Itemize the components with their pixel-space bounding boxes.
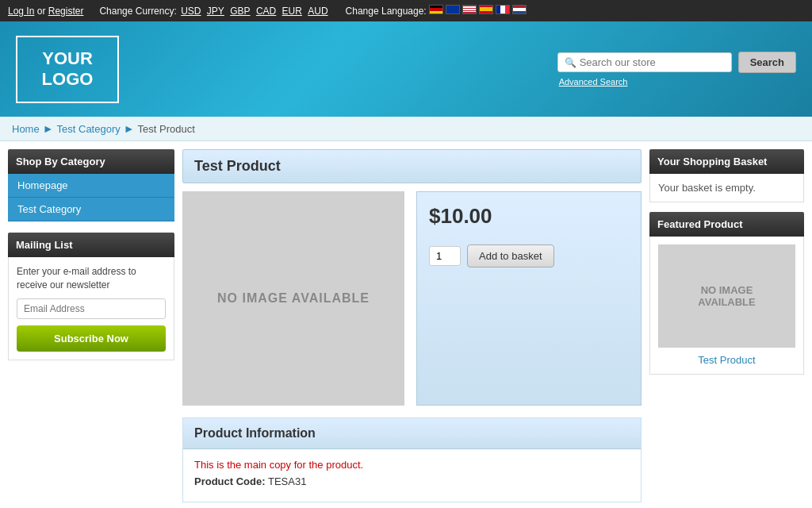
basket-body: Your basket is empty. — [649, 174, 804, 202]
flag-nl-icon[interactable] — [512, 5, 527, 14]
breadcrumb-home[interactable]: Home — [12, 123, 40, 135]
search-input[interactable] — [580, 56, 725, 68]
product-details: $10.00 Add to basket — [416, 191, 642, 406]
center-content: Test Product NO IMAGE AVAILABLE $10.00 A… — [182, 149, 642, 502]
or-text: or — [37, 6, 48, 17]
login-register-area: Log In or Register — [8, 6, 83, 17]
right-sidebar: Your Shopping Basket Your basket is empt… — [649, 149, 804, 502]
currency-usd[interactable]: USD — [181, 6, 201, 17]
add-to-basket-row: Add to basket — [429, 244, 629, 267]
search-row: 🔍 Search — [557, 52, 796, 73]
search-input-wrap: 🔍 — [557, 52, 732, 72]
basket-title: Your Shopping Basket — [649, 149, 804, 174]
breadcrumb-sep-1: ► — [43, 122, 54, 135]
shop-by-category-title: Shop By Category — [8, 149, 174, 174]
mailing-description: Enter your e-mail address to receive our… — [17, 265, 166, 292]
product-code-value: TESA31 — [268, 475, 306, 487]
language-label: Change Language: — [346, 6, 427, 17]
advanced-search-link[interactable]: Advanced Search — [559, 77, 628, 87]
featured-product-link[interactable]: Test Product — [698, 354, 755, 366]
mailing-list-title: Mailing List — [8, 233, 174, 257]
quantity-input[interactable] — [429, 246, 461, 266]
currency-area: Change Currency: USD JPY GBP CAD EUR AUD — [99, 6, 329, 17]
search-icon: 🔍 — [565, 57, 576, 68]
featured-product-image: NO IMAGEAVAILABLE — [658, 244, 795, 348]
product-info-body: This is the main copy for the product. P… — [183, 449, 641, 502]
product-code: Product Code: TESA31 — [194, 475, 630, 487]
currency-jpy[interactable]: JPY — [207, 6, 224, 17]
email-field[interactable] — [17, 298, 166, 319]
sidebar-item-test-category[interactable]: Test Category — [8, 198, 174, 221]
product-code-label: Product Code: — [194, 475, 266, 487]
product-price: $10.00 — [429, 204, 629, 229]
login-link[interactable]: Log In — [8, 6, 34, 17]
search-button[interactable]: Search — [738, 52, 796, 73]
top-bar: Log In or Register Change Currency: USD … — [0, 0, 812, 21]
mailing-list-section: Mailing List Enter your e-mail address t… — [8, 233, 174, 360]
product-info-title: Product Information — [183, 418, 641, 449]
breadcrumb-category[interactable]: Test Category — [57, 123, 121, 135]
basket-empty-text: Your basket is empty. — [658, 182, 756, 194]
language-area: Change Language: — [346, 5, 527, 17]
mailing-list-body: Enter your e-mail address to receive our… — [8, 257, 174, 360]
search-area: 🔍 Search Advanced Search — [557, 52, 796, 87]
currency-links: USD JPY GBP CAD EUR AUD — [179, 6, 329, 17]
breadcrumb-current: Test Product — [138, 123, 195, 135]
featured-product-title: Featured Product — [649, 212, 804, 237]
currency-eur[interactable]: EUR — [282, 6, 302, 17]
logo-text: YOURLOGO — [42, 48, 94, 90]
currency-cad[interactable]: CAD — [256, 6, 276, 17]
add-to-basket-button[interactable]: Add to basket — [467, 244, 554, 267]
flag-us-icon[interactable] — [462, 5, 477, 14]
product-title: Test Product — [182, 149, 642, 183]
currency-gbp[interactable]: GBP — [230, 6, 250, 17]
logo: YOURLOGO — [16, 36, 119, 103]
sidebar-item-homepage[interactable]: Homepage — [8, 174, 174, 198]
header: YOURLOGO 🔍 Search Advanced Search — [0, 21, 812, 117]
flag-fr-icon[interactable] — [496, 5, 510, 14]
currency-label: Change Currency: — [99, 6, 176, 17]
breadcrumb: Home ► Test Category ► Test Product — [0, 117, 812, 141]
breadcrumb-sep-2: ► — [124, 122, 135, 135]
product-info-section: Product Information This is the main cop… — [182, 418, 642, 502]
subscribe-button[interactable]: Subscribe Now — [17, 325, 166, 352]
main-layout: Shop By Category Homepage Test Category … — [0, 141, 812, 508]
currency-aud[interactable]: AUD — [308, 6, 327, 17]
flag-gb-icon[interactable] — [446, 5, 460, 14]
flag-es-icon[interactable] — [479, 5, 493, 14]
product-image: NO IMAGE AVAILABLE — [182, 191, 404, 406]
product-main: NO IMAGE AVAILABLE $10.00 Add to basket — [182, 191, 642, 406]
flag-icons — [429, 5, 527, 14]
product-main-copy: This is the main copy for the product. — [194, 459, 630, 471]
featured-product-body: NO IMAGEAVAILABLE Test Product — [649, 237, 804, 375]
register-link[interactable]: Register — [48, 6, 84, 17]
flag-de-icon[interactable] — [429, 5, 443, 14]
left-sidebar: Shop By Category Homepage Test Category … — [8, 149, 174, 502]
